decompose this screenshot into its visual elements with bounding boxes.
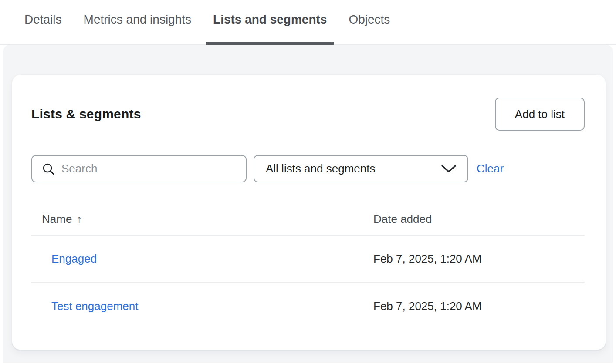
lists-filter-dropdown[interactable]: All lists and segments [254, 155, 468, 182]
search-icon [42, 162, 55, 175]
chevron-down-icon [441, 165, 456, 173]
clear-filters-link[interactable]: Clear [477, 162, 504, 175]
search-field[interactable] [31, 155, 247, 182]
column-header-name[interactable]: Name ↑ [31, 212, 373, 226]
date-added-cell: Feb 7, 2025, 1:20 AM [373, 300, 585, 313]
column-header-name-label: Name [42, 212, 72, 226]
table-header-row: Name ↑ Date added [31, 203, 585, 236]
card-header: Lists & segments Add to list [12, 75, 606, 131]
tab-details[interactable]: Details [17, 0, 69, 44]
lists-table: Name ↑ Date added Engaged Feb 7, 2025, 1… [31, 203, 585, 330]
table-row: Test engagement Feb 7, 2025, 1:20 AM [31, 283, 585, 330]
page-title: Lists & segments [31, 107, 141, 121]
filter-row: All lists and segments Clear [31, 155, 585, 182]
content-panel: Lists & segments Add to list All lists a… [3, 45, 613, 363]
date-added-cell: Feb 7, 2025, 1:20 AM [373, 252, 585, 266]
column-header-date-added[interactable]: Date added [373, 212, 585, 226]
search-input[interactable] [61, 162, 238, 175]
list-link-engaged[interactable]: Engaged [51, 252, 97, 265]
table-row: Engaged Feb 7, 2025, 1:20 AM [31, 236, 585, 283]
sort-asc-icon: ↑ [76, 213, 82, 226]
tab-lists-and-segments[interactable]: Lists and segments [206, 0, 334, 44]
tab-bar: Details Metrics and insights Lists and s… [0, 0, 616, 45]
dropdown-selected-value: All lists and segments [266, 162, 375, 175]
tab-metrics-and-insights[interactable]: Metrics and insights [76, 0, 199, 44]
lists-segments-card: Lists & segments Add to list All lists a… [12, 75, 606, 350]
tab-objects[interactable]: Objects [341, 0, 397, 44]
add-to-list-button[interactable]: Add to list [495, 98, 585, 131]
list-name-cell: Engaged [31, 252, 373, 266]
list-name-cell: Test engagement [31, 300, 373, 313]
list-link-test-engagement[interactable]: Test engagement [51, 300, 138, 313]
